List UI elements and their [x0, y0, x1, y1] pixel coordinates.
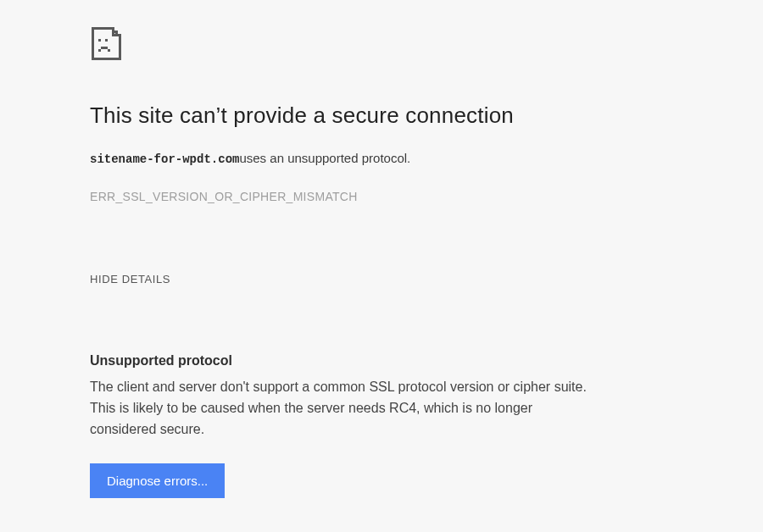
error-code: ERR_SSL_VERSION_OR_CIPHER_MISMATCH [90, 190, 610, 203]
svg-rect-4 [108, 49, 110, 52]
svg-rect-2 [98, 49, 101, 52]
hide-details-toggle[interactable]: HIDE DETAILS [90, 273, 170, 285]
error-page-container: This site can’t provide a secure connect… [0, 0, 610, 498]
icon-row [90, 25, 610, 64]
details-title: Unsupported protocol [90, 353, 610, 369]
site-name: sitename-for-wpdt.com [90, 152, 239, 166]
page-title: This site can’t provide a secure connect… [90, 103, 610, 129]
description-line: sitename-for-wpdt.comuses an unsupported… [90, 151, 610, 166]
details-body: The client and server don't support a co… [90, 377, 599, 440]
broken-page-icon [90, 25, 124, 61]
svg-rect-3 [101, 47, 108, 49]
description-suffix: uses an unsupported protocol. [239, 151, 410, 165]
details-section: Unsupported protocol The client and serv… [90, 353, 610, 498]
svg-rect-1 [105, 39, 108, 42]
svg-rect-0 [98, 39, 101, 42]
diagnose-errors-button[interactable]: Diagnose errors... [90, 463, 225, 498]
